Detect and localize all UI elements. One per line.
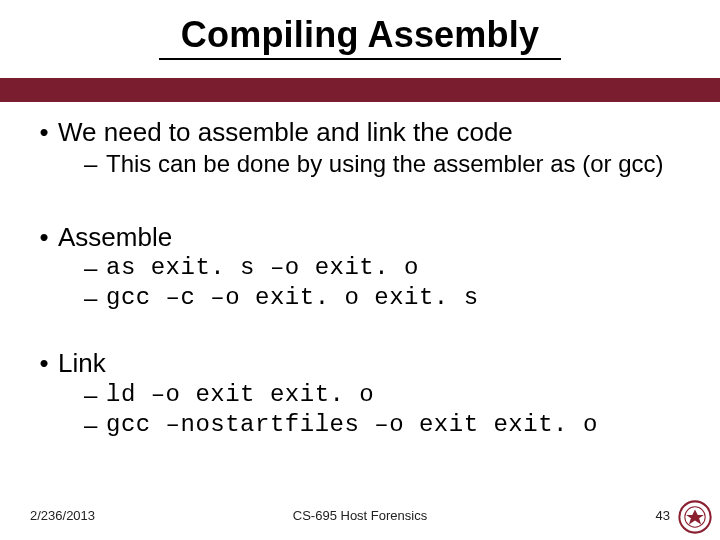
slide-content: • We need to assemble and link the code …	[0, 102, 720, 440]
bullet-1-sub-1-text: This can be done by using the assembler …	[106, 149, 690, 179]
footer-page: 43	[656, 508, 670, 523]
bullet-2-sub-1-text: as exit. s –o exit. o	[106, 253, 690, 283]
bullet-2-sub-2-text: gcc –c –o exit. o exit. s	[106, 283, 690, 313]
dash-icon: –	[84, 149, 106, 179]
bullet-icon: •	[30, 116, 58, 149]
slide-title: Compiling Assembly	[0, 0, 720, 56]
bullet-3-sub-1-text: ld –o exit exit. o	[106, 380, 690, 410]
slide: Compiling Assembly • We need to assemble…	[0, 0, 720, 540]
bullet-1-sub-1: – This can be done by using the assemble…	[30, 149, 690, 179]
bullet-1-text: We need to assemble and link the code	[58, 116, 690, 149]
footer-course: CS-695 Host Forensics	[0, 508, 720, 523]
footer: 2/236/2013 CS-695 Host Forensics 43	[0, 502, 720, 528]
dash-icon: –	[84, 410, 106, 440]
bullet-icon: •	[30, 347, 58, 380]
dash-icon: –	[84, 283, 106, 313]
accent-band	[0, 78, 720, 102]
dash-icon: –	[84, 253, 106, 283]
seal-icon	[678, 500, 712, 534]
dash-icon: –	[84, 380, 106, 410]
bullet-3: • Link	[30, 347, 690, 380]
bullet-3-sub-2-text: gcc –nostartfiles –o exit exit. o	[106, 410, 690, 440]
bullet-2-text: Assemble	[58, 221, 690, 254]
bullet-2-sub-2: – gcc –c –o exit. o exit. s	[30, 283, 690, 313]
bullet-3-sub-1: – ld –o exit exit. o	[30, 380, 690, 410]
bullet-2-sub-1: – as exit. s –o exit. o	[30, 253, 690, 283]
bullet-2: • Assemble	[30, 221, 690, 254]
bullet-3-sub-2: – gcc –nostartfiles –o exit exit. o	[30, 410, 690, 440]
bullet-icon: •	[30, 221, 58, 254]
bullet-3-text: Link	[58, 347, 690, 380]
title-underline	[159, 58, 561, 60]
bullet-1: • We need to assemble and link the code	[30, 116, 690, 149]
